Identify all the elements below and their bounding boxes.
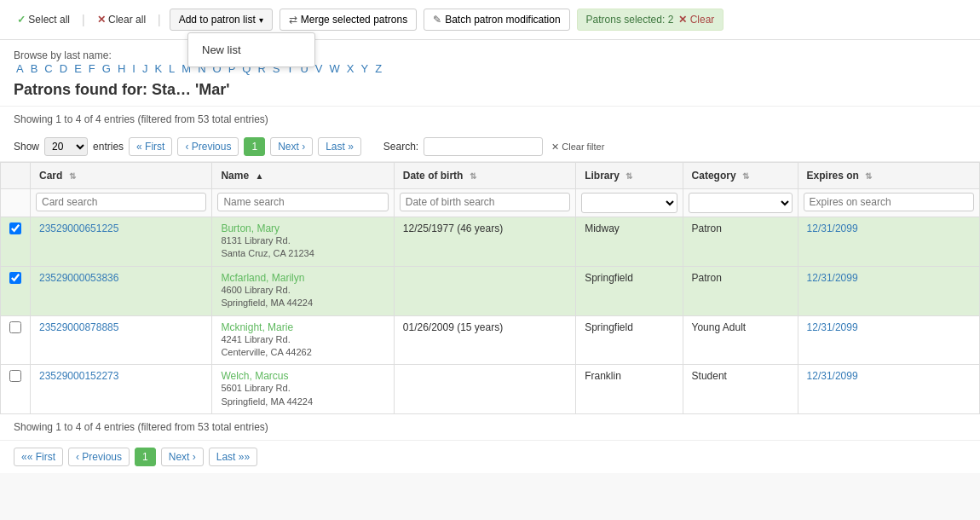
browse-letter-Y[interactable]: Y (358, 61, 371, 76)
clear-x-icon: ✕ (678, 14, 687, 26)
showing-info-bottom: Showing 1 to 4 of 4 entries (filtered fr… (0, 414, 980, 440)
row-expires-cell-3: 12/31/2099 (798, 365, 979, 414)
row-name-link-2[interactable]: Mcknight, Marie (221, 321, 293, 333)
bottom-last-button[interactable]: Last »» (209, 448, 257, 466)
check-icon: ✓ (17, 14, 26, 26)
add-to-patron-list-button[interactable]: Add to patron list ▾ (170, 9, 273, 31)
row-library-cell-0: Midway (576, 217, 683, 267)
bottom-next-button[interactable]: Next › (161, 448, 204, 466)
row-dob-cell-0: 12/25/1977 (46 years) (394, 217, 575, 267)
browse-letter-G[interactable]: G (100, 61, 113, 76)
browse-letter-C[interactable]: C (42, 61, 55, 76)
patron-list-dropdown-menu: New list (187, 32, 315, 67)
entries-label: entries (93, 141, 124, 153)
name-search-input[interactable] (217, 193, 388, 211)
browse-section: Browse by last name: A B C D E F G H I J… (0, 40, 980, 79)
browse-letter-K[interactable]: K (152, 61, 164, 76)
category-search-select[interactable]: Patron Young Adult Student (689, 193, 793, 213)
row-card-link-1[interactable]: 23529000053836 (39, 272, 118, 284)
row-card-link-3[interactable]: 23529000152273 (39, 370, 118, 382)
th-category: Category ⇅ (683, 163, 798, 189)
clear-selection-button[interactable]: ✕ Clear (678, 14, 714, 26)
row-address-0: 8131 Library Rd.Santa Cruz, CA 21234 (221, 234, 384, 261)
library-search-select[interactable]: Midway Springfield Franklin (581, 193, 677, 213)
search-expires-cell (798, 189, 979, 217)
sort-dob-icon[interactable]: ⇅ (470, 171, 476, 181)
page-title: Patrons found for: Sta… 'Mar' (0, 79, 980, 107)
browse-label: Browse by last name: (14, 49, 112, 61)
row-address-3: 5601 Library Rd.Springfield, MA 44224 (221, 382, 384, 408)
browse-letter-W[interactable]: W (327, 61, 343, 76)
row-card-link-2[interactable]: 23529000878885 (39, 321, 118, 333)
table-header-row: Card ⇅ Name ▲ Date of birth ⇅ Library ⇅ … (1, 163, 980, 189)
sort-category-icon[interactable]: ⇅ (742, 171, 749, 181)
th-dob: Date of birth ⇅ (394, 163, 575, 189)
toolbar: ✓ Select all | ✕ Clear all | Add to patr… (0, 0, 980, 40)
browse-letter-Z[interactable]: Z (372, 61, 384, 76)
show-entries-select[interactable]: 20 50 100 (44, 137, 88, 156)
clear-selection-label: Clear (690, 14, 715, 26)
row-checkbox-3[interactable] (9, 370, 21, 382)
row-expires-link-1[interactable]: 12/31/2099 (807, 272, 858, 284)
browse-letter-B[interactable]: B (28, 61, 41, 76)
new-list-item[interactable]: New list (188, 38, 314, 61)
row-name-link-3[interactable]: Welch, Marcus (221, 370, 288, 382)
row-card-link-0[interactable]: 23529000651225 (39, 222, 118, 234)
clear-filter-button[interactable]: ✕ Clear filter (548, 142, 608, 153)
expires-search-input[interactable] (804, 193, 974, 211)
batch-modification-label: Batch patron modification (445, 14, 560, 26)
bottom-prev-button[interactable]: ‹ Previous (68, 448, 130, 466)
last-page-button[interactable]: Last » (318, 137, 361, 156)
browse-letter-F[interactable]: F (86, 61, 98, 76)
row-card-cell-0: 23529000651225 (31, 217, 212, 267)
dob-search-input[interactable] (400, 193, 570, 211)
table-row: 23529000053836Mcfarland, Marilyn4600 Lib… (1, 266, 980, 315)
sort-card-icon[interactable]: ⇅ (69, 171, 76, 181)
row-library-cell-1: Springfield (576, 266, 683, 315)
browse-letter-D[interactable]: D (57, 61, 70, 76)
sort-name-icon[interactable]: ▲ (255, 171, 263, 181)
select-all-button[interactable]: ✓ Select all (14, 9, 73, 30)
sort-expires-icon[interactable]: ⇅ (865, 171, 872, 181)
row-library-cell-3: Franklin (576, 365, 683, 414)
dropdown-caret-icon: ▾ (259, 15, 263, 25)
row-expires-link-3[interactable]: 12/31/2099 (807, 370, 858, 382)
table-row: 23529000878885Mcknight, Marie4241 Librar… (1, 315, 980, 365)
first-page-button[interactable]: « First (129, 137, 172, 156)
row-checkbox-0[interactable] (9, 222, 21, 234)
row-category-cell-0: Patron (683, 217, 798, 267)
search-input[interactable] (424, 137, 543, 156)
search-name-cell (212, 189, 394, 217)
row-expires-cell-2: 12/31/2099 (798, 315, 979, 365)
row-expires-link-2[interactable]: 12/31/2099 (807, 321, 858, 333)
search-label: Search: (383, 141, 418, 153)
row-checkbox-1[interactable] (9, 272, 21, 284)
page-1-button[interactable]: 1 (244, 137, 265, 156)
row-card-cell-1: 23529000053836 (31, 266, 212, 315)
row-expires-link-0[interactable]: 12/31/2099 (807, 222, 858, 234)
bottom-first-button[interactable]: «« First (14, 448, 63, 466)
row-name-link-1[interactable]: Mcfarland, Marilyn (221, 272, 304, 284)
row-dob-cell-3 (394, 365, 575, 414)
browse-letter-H[interactable]: H (115, 61, 128, 76)
row-dob-cell-1 (394, 266, 575, 315)
prev-page-button[interactable]: ‹ Previous (177, 137, 239, 156)
browse-letter-I[interactable]: I (130, 61, 138, 76)
th-checkbox (1, 163, 31, 189)
browse-letter-X[interactable]: X (344, 61, 357, 76)
sort-library-icon[interactable]: ⇅ (625, 171, 632, 181)
separator-1: | (80, 13, 87, 26)
card-search-input[interactable] (36, 193, 206, 211)
row-name-link-0[interactable]: Burton, Mary (221, 222, 280, 234)
clear-all-button[interactable]: ✕ Clear all (94, 9, 149, 30)
bottom-page-1-button[interactable]: 1 (135, 448, 156, 466)
browse-letter-E[interactable]: E (72, 61, 84, 76)
merge-selected-button[interactable]: ⇄ Merge selected patrons (280, 9, 417, 31)
browse-letter-J[interactable]: J (140, 61, 151, 76)
browse-letter-L[interactable]: L (166, 61, 177, 76)
row-checkbox-2[interactable] (9, 321, 21, 333)
batch-modification-button[interactable]: ✎ Batch patron modification (424, 9, 569, 31)
browse-letter-A[interactable]: A (14, 61, 26, 76)
next-page-button[interactable]: Next › (270, 137, 313, 156)
patrons-table: Card ⇅ Name ▲ Date of birth ⇅ Library ⇅ … (0, 162, 980, 414)
